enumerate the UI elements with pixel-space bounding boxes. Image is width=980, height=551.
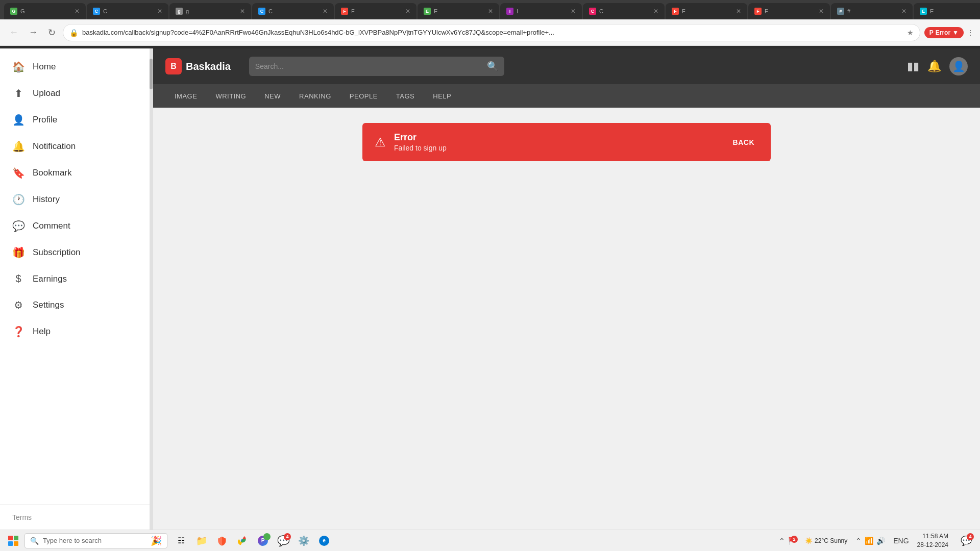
notification-bell-button[interactable]: 🔔	[927, 60, 941, 73]
taskbar-clock[interactable]: 11:58 AM 28-12-2024	[913, 532, 952, 549]
browser-tab-t5[interactable]: F F ✕	[335, 3, 416, 19]
profile-chip[interactable]: P Error ▼	[924, 27, 964, 38]
taskbar-profile-browser[interactable]: P	[253, 531, 273, 550]
browser-tab-t4[interactable]: C C ✕	[252, 3, 334, 19]
search-bar[interactable]: 🔍	[249, 57, 504, 76]
start-button[interactable]	[4, 532, 22, 550]
search-icon[interactable]: 🔍	[487, 61, 498, 72]
removable-media-icon[interactable]: 📶	[865, 537, 873, 545]
sidebar-item-notification[interactable]: 🔔 Notification	[0, 133, 153, 160]
back-nav-button[interactable]: ←	[6, 25, 21, 40]
tab-label: F	[682, 8, 733, 14]
taskbar-whatsapp[interactable]: 💬 4	[274, 531, 293, 550]
reload-button[interactable]: ↻	[45, 25, 59, 40]
sidebar-item-subscription[interactable]: 🎁 Subscription	[0, 239, 153, 266]
site-nav: IMAGEWRITINGNEWRANKINGPEOPLETAGSHELP	[153, 84, 980, 108]
tab-close-button[interactable]: ✕	[571, 8, 576, 15]
sidebar-item-bookmark[interactable]: 🔖 Bookmark	[0, 160, 153, 186]
tab-close-button[interactable]: ✕	[323, 8, 328, 15]
show-hidden-icon[interactable]: ⌃	[855, 537, 862, 545]
sidebar-item-earnings[interactable]: $ Earnings	[0, 266, 153, 292]
extensions-menu-icon[interactable]: ⋮	[967, 29, 974, 37]
sidebar-scrollbar[interactable]	[150, 48, 153, 530]
tab-close-button[interactable]: ✕	[488, 8, 493, 15]
nav-item-people[interactable]: PEOPLE	[340, 84, 387, 108]
browser-tab-t7[interactable]: I I ✕	[500, 3, 582, 19]
browser-tab-t9[interactable]: F F ✕	[666, 3, 747, 19]
site-name: Baskadia	[186, 61, 231, 72]
browser-tab-t10[interactable]: F F ✕	[748, 3, 830, 19]
sidebar-item-help[interactable]: ❓ Help	[0, 318, 153, 345]
browser-tab-t3[interactable]: g g ✕	[169, 3, 251, 19]
sidebar-nav: 🏠 Home ⬆ Upload 👤 Profile 🔔 Notification…	[0, 48, 153, 505]
nav-item-help[interactable]: HELP	[424, 84, 460, 108]
sidebar-icon-home: 🏠	[12, 61, 24, 73]
tab-close-button[interactable]: ✕	[736, 8, 741, 15]
nav-item-writing[interactable]: WRITING	[206, 84, 255, 108]
browser-tab-t1[interactable]: G G ✕	[4, 3, 86, 19]
taskbar-search[interactable]: 🔍 Type here to search 🎉	[24, 533, 167, 548]
browser-tab-t8[interactable]: C C ✕	[583, 3, 665, 19]
tab-label: C	[103, 8, 154, 14]
tab-close-button[interactable]: ✕	[75, 8, 80, 15]
site-header: B Baskadia 🔍 ▮▮ 🔔 👤	[153, 48, 980, 84]
forward-nav-button[interactable]: →	[26, 25, 41, 40]
sidebar-item-history[interactable]: 🕐 History	[0, 186, 153, 213]
lock-icon: 🔒	[69, 29, 78, 37]
nav-item-image[interactable]: IMAGE	[165, 84, 206, 108]
search-input[interactable]	[255, 62, 483, 70]
taskbar-settings[interactable]: ⚙️	[294, 531, 313, 550]
browser-chrome: G G ✕ C C ✕ g g ✕ C C ✕ F F ✕ E E ✕ I I …	[0, 0, 980, 48]
nav-item-ranking[interactable]: RANKING	[290, 84, 340, 108]
taskbar-task-view[interactable]: ☷	[172, 531, 191, 550]
system-tray-expand[interactable]: ⌃	[779, 537, 785, 545]
avatar-button[interactable]: 👤	[949, 57, 968, 76]
tab-close-button[interactable]: ✕	[653, 8, 658, 15]
browser-tab-t6[interactable]: E E ✕	[418, 3, 499, 19]
nav-item-new[interactable]: NEW	[255, 84, 290, 108]
tab-close-button[interactable]: ✕	[405, 8, 410, 15]
browser-tab-t11[interactable]: # # ✕	[831, 3, 913, 19]
sidebar-item-profile[interactable]: 👤 Profile	[0, 107, 153, 133]
sidebar-icon-profile: 👤	[12, 114, 24, 126]
tab-close-button[interactable]: ✕	[157, 8, 162, 15]
browser-tab-t12[interactable]: E E ✕	[914, 3, 980, 19]
taskbar-chat-button[interactable]: 💬 4	[957, 531, 976, 550]
back-button[interactable]: BACK	[729, 136, 758, 148]
volume-icon[interactable]: 🔊	[876, 537, 885, 545]
sidebar-label-notification: Notification	[33, 141, 76, 152]
error-banner: ⚠ Error Failed to sign up BACK	[362, 123, 771, 161]
taskbar-edge[interactable]: e	[314, 531, 334, 550]
taskbar-chrome-browser[interactable]	[233, 531, 252, 550]
windows-logo-icon	[8, 536, 18, 546]
app-layout: 🏠 Home ⬆ Upload 👤 Profile 🔔 Notification…	[0, 48, 980, 530]
bookmark-star-icon[interactable]: ★	[907, 29, 914, 37]
taskbar: 🔍 Type here to search 🎉 ☷ 📁 P 💬 4 ⚙️ e ⌃…	[0, 530, 980, 551]
page-content: ⚠ Error Failed to sign up BACK	[153, 108, 980, 530]
terms-link[interactable]: Terms	[12, 513, 32, 521]
sidebar-item-settings[interactable]: ⚙ Settings	[0, 292, 153, 318]
sidebar-item-home[interactable]: 🏠 Home	[0, 54, 153, 80]
language-indicator[interactable]: ENG	[893, 537, 909, 545]
tab-close-button[interactable]: ✕	[901, 8, 906, 15]
sidebar-item-comment[interactable]: 💬 Comment	[0, 213, 153, 239]
nav-item-tags[interactable]: TAGS	[387, 84, 424, 108]
browser-tab-t2[interactable]: C C ✕	[87, 3, 168, 19]
tab-close-button[interactable]: ✕	[819, 8, 824, 15]
logo-icon: B	[165, 58, 182, 74]
bookmark-icon-button[interactable]: ▮▮	[907, 60, 919, 73]
sidebar-label-bookmark: Bookmark	[33, 168, 72, 178]
tab-label: E	[930, 8, 980, 14]
address-bar[interactable]: 🔒 baskadia.com/callback/signup?code=4%2F…	[63, 24, 920, 41]
taskbar-file-explorer[interactable]: 📁	[192, 531, 211, 550]
weather-widget[interactable]: ☀️ 22°C Sunny	[805, 537, 847, 544]
tab-close-button[interactable]: ✕	[240, 8, 245, 15]
taskbar-brave-browser[interactable]	[212, 531, 232, 550]
profile-chip-letter: P	[929, 29, 934, 36]
sys-icons: ⌃ 📶 🔊	[851, 535, 889, 547]
sidebar-scrollbar-thumb[interactable]	[150, 59, 153, 89]
sidebar-footer[interactable]: Terms	[0, 505, 153, 530]
taskbar-apps: ☷ 📁 P 💬 4 ⚙️ e	[172, 531, 334, 550]
sidebar-item-upload[interactable]: ⬆ Upload	[0, 80, 153, 107]
error-text: Error Failed to sign up	[394, 132, 721, 152]
